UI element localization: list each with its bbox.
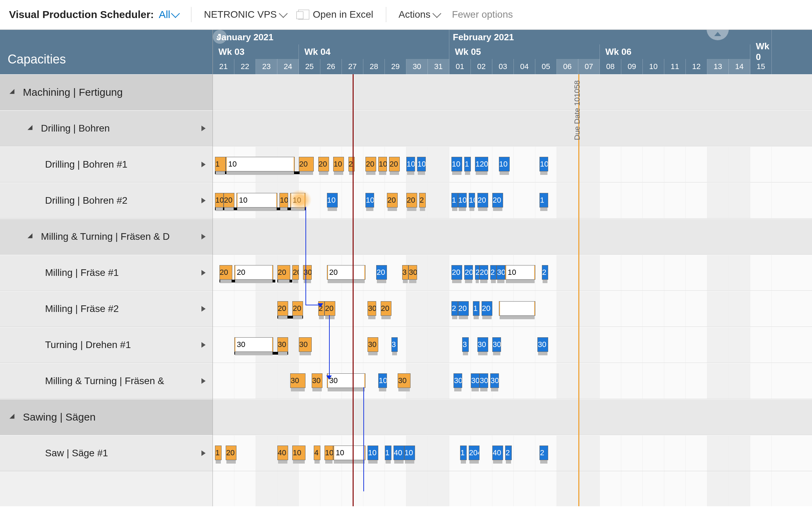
filter-dropdown[interactable]: All xyxy=(159,9,179,20)
gantt-task[interactable]: 2 xyxy=(475,265,479,280)
gantt-task[interactable]: 10 xyxy=(226,157,294,171)
expand-right-icon[interactable] xyxy=(201,450,206,456)
gantt-task[interactable]: 20 xyxy=(325,301,335,316)
gantt-task[interactable]: 10 xyxy=(325,446,333,460)
tree-row-leaf[interactable]: Drilling | Bohren #1 xyxy=(0,146,213,183)
expand-triangle-icon[interactable] xyxy=(27,125,35,132)
gantt-task[interactable]: 10 xyxy=(505,265,535,280)
gantt-task[interactable]: 1 xyxy=(385,446,391,460)
gantt-task[interactable]: 204 xyxy=(469,446,480,460)
gantt-task[interactable]: 30 xyxy=(299,337,312,352)
fewer-options-button[interactable]: Fewer options xyxy=(452,9,513,20)
gantt-task[interactable]: 20 xyxy=(327,265,366,280)
tree-row-leaf[interactable]: Milling & Turning | Fräsen & xyxy=(0,363,213,399)
gantt-task[interactable]: 20 xyxy=(292,301,303,316)
gantt-task[interactable]: 20 xyxy=(477,193,488,208)
gantt-task[interactable]: 30 xyxy=(480,373,488,388)
tree-row-sub[interactable]: Drilling | Bohren xyxy=(0,110,213,146)
gantt-task[interactable]: 10 xyxy=(404,446,415,460)
gantt-task[interactable]: 20 xyxy=(234,265,273,280)
gantt-task[interactable]: 30 xyxy=(234,337,273,352)
gantt-task[interactable]: 10 xyxy=(451,157,462,171)
gantt-task[interactable]: 40 xyxy=(394,446,404,460)
tree-row-leaf[interactable]: Drilling | Bohren #2 xyxy=(0,183,213,219)
gantt-chart[interactable]: 1102020102201020101010112010101020101010… xyxy=(213,74,812,506)
gantt-task[interactable]: 30 xyxy=(327,373,366,388)
gantt-task[interactable]: 30 xyxy=(408,265,417,280)
gantt-task[interactable]: 20 xyxy=(277,265,290,280)
gantt-task[interactable]: 30 xyxy=(477,337,488,352)
expand-right-icon[interactable] xyxy=(201,162,206,167)
gantt-task[interactable]: 120 xyxy=(475,157,488,171)
gantt-task[interactable]: 20 xyxy=(482,301,492,316)
gantt-task[interactable]: 40 xyxy=(277,446,288,460)
expand-right-icon[interactable] xyxy=(201,378,206,384)
gantt-task[interactable]: 20 xyxy=(387,193,398,208)
gantt-task[interactable]: 2 xyxy=(490,265,497,280)
gantt-task[interactable]: 10 xyxy=(215,193,224,208)
gantt-task[interactable]: 10 xyxy=(378,373,387,388)
scroll-left-button[interactable] xyxy=(213,30,227,44)
gantt-task[interactable]: 10 xyxy=(333,157,344,171)
actions-dropdown[interactable]: Actions xyxy=(399,9,440,20)
gantt-task[interactable]: 20 xyxy=(480,265,488,280)
expand-right-icon[interactable] xyxy=(201,270,206,276)
gantt-task[interactable]: 1 xyxy=(473,301,480,316)
gantt-task[interactable]: 3 xyxy=(402,265,409,280)
gantt-task[interactable]: 20 xyxy=(277,301,288,316)
gantt-task[interactable]: 3 xyxy=(462,337,469,352)
gantt-task[interactable]: 20 xyxy=(224,193,234,208)
expand-triangle-icon[interactable] xyxy=(9,414,17,421)
gantt-task[interactable]: 20 xyxy=(492,193,503,208)
gantt-task[interactable]: 30 xyxy=(496,265,505,280)
gantt-task[interactable]: 30 xyxy=(368,301,376,316)
gantt-task[interactable]: 10 xyxy=(406,157,415,171)
gantt-task[interactable]: 20 xyxy=(464,265,473,280)
expand-triangle-icon[interactable] xyxy=(27,233,35,240)
gantt-task[interactable]: 10 xyxy=(236,193,277,208)
expand-triangle-icon[interactable] xyxy=(9,89,17,96)
gantt-task[interactable]: 1 xyxy=(215,157,226,171)
gantt-task[interactable]: 20 xyxy=(451,265,462,280)
gantt-task[interactable]: 2 xyxy=(542,265,548,280)
tree-row-sub[interactable]: Milling & Turning | Fräsen & D xyxy=(0,219,213,255)
expand-right-icon[interactable] xyxy=(201,306,206,312)
gantt-task[interactable]: 10 xyxy=(333,446,365,460)
gantt-task[interactable]: 10 xyxy=(279,193,288,208)
gantt-task[interactable]: 20 xyxy=(406,193,417,208)
gantt-task[interactable]: 1 xyxy=(460,446,467,460)
gantt-task[interactable]: 20 xyxy=(226,446,236,460)
gantt-task[interactable]: 30 xyxy=(537,337,548,352)
gantt-task[interactable]: 20 xyxy=(299,157,314,171)
tree-row-group[interactable]: Sawing | Sägen xyxy=(0,399,213,435)
gantt-task[interactable]: 1 xyxy=(539,193,548,208)
gantt-task[interactable]: 20 xyxy=(292,265,299,280)
gantt-task[interactable]: 10 xyxy=(365,193,374,208)
view-dropdown[interactable]: NETRONIC VPS xyxy=(204,9,286,20)
gantt-task[interactable]: 30 xyxy=(453,373,462,388)
gantt-task[interactable]: 10 xyxy=(458,193,467,208)
expand-right-icon[interactable] xyxy=(201,342,206,348)
gantt-task[interactable]: 10 xyxy=(327,193,338,208)
gantt-task[interactable]: 30 xyxy=(303,265,312,280)
gantt-task[interactable]: 30 xyxy=(471,373,480,388)
gantt-task[interactable]: 4 xyxy=(314,446,320,460)
gantt-task[interactable]: 2 xyxy=(348,157,355,171)
expand-right-icon[interactable] xyxy=(201,126,206,131)
gantt-task[interactable]: 10 xyxy=(292,446,305,460)
gantt-task[interactable]: 20 xyxy=(381,301,391,316)
gantt-task[interactable]: 30 xyxy=(277,337,288,352)
expand-right-icon[interactable] xyxy=(201,234,206,239)
gantt-task[interactable]: 2 xyxy=(419,193,426,208)
gantt-task[interactable]: 2 xyxy=(451,301,458,316)
gantt-task[interactable]: 10 xyxy=(417,157,426,171)
gantt-task[interactable]: 30 xyxy=(398,373,411,388)
gantt-task[interactable]: 1 xyxy=(451,193,458,208)
gantt-task[interactable]: 1 xyxy=(215,446,222,460)
gantt-task[interactable]: 1 xyxy=(464,157,471,171)
gantt-task[interactable] xyxy=(499,301,535,316)
gantt-task[interactable]: 3 xyxy=(391,337,398,352)
gantt-task[interactable]: 10 xyxy=(499,157,510,171)
gantt-task[interactable]: 20 xyxy=(318,157,329,171)
gantt-task[interactable]: 20 xyxy=(389,157,400,171)
